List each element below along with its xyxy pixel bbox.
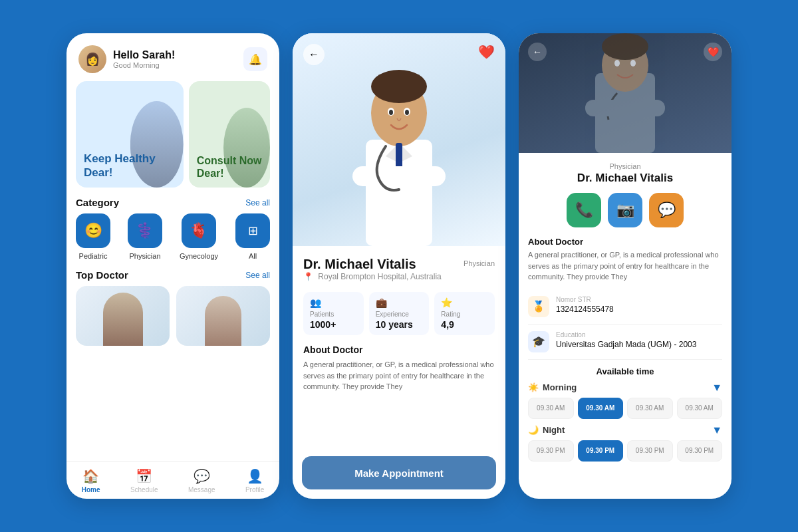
svg-rect-5	[352, 166, 446, 186]
night-slot-2[interactable]: 09.30 PM	[578, 440, 624, 462]
nav-message[interactable]: 💬 Message	[188, 468, 215, 493]
location-text: Royal Brompton Hospital, Australia	[318, 272, 441, 281]
category-see-all[interactable]: See all	[245, 198, 270, 207]
rating-label: Rating	[441, 311, 488, 318]
header-text: Hello Sarah! Good Morning	[113, 49, 243, 69]
doctor-name: Dr. Michael Vitalis	[303, 257, 444, 272]
stat-experience: 💼 Experience 10 years	[369, 292, 430, 335]
profile-icon: 👤	[247, 468, 263, 484]
night-slots: 09.30 PM 09.30 PM 09.30 PM 09.30 PM	[528, 440, 722, 462]
night-slot-4[interactable]: 09.30 PM	[677, 440, 723, 462]
bell-icon: 🔔	[249, 53, 262, 66]
available-title: Available time	[528, 366, 722, 376]
phone2-body: Dr. Michael Vitalis 📍 Royal Brompton Hos…	[293, 246, 505, 448]
stat-patients: 👥 Patients 1000+	[303, 292, 364, 335]
rating-value: 4,9	[441, 319, 488, 330]
doc3-name: Dr. Michael Vitalis	[528, 172, 722, 185]
banner-blue-text: Keep Healthy Dear!	[84, 152, 176, 180]
morning-chevron-icon[interactable]: ▼	[712, 382, 722, 394]
avatar: 👩	[78, 45, 106, 73]
notification-button[interactable]: 🔔	[243, 47, 267, 71]
banner-keep-healthy[interactable]: Keep Healthy Dear!	[76, 81, 184, 188]
education-row: 🎓 Education Universitas Gadjah Mada (UGM…	[528, 325, 722, 360]
morning-slot-3[interactable]: 09.30 AM	[627, 398, 673, 419]
category-header: Category See all	[66, 197, 279, 213]
morning-slot-4[interactable]: 09.30 AM	[677, 398, 723, 419]
education-content: Education Universitas Gadjah Mada (UGM) …	[556, 331, 722, 349]
doc-info: Dr. Michael Vitalis 📍 Royal Brompton Hos…	[303, 257, 444, 289]
night-header: 🌙 Night ▼	[528, 424, 722, 436]
morning-slot-1[interactable]: 09.30 AM	[528, 398, 574, 419]
experience-icon: 💼	[376, 297, 423, 308]
video-button[interactable]: 📷	[608, 193, 642, 227]
night-slot-1[interactable]: 09.30 PM	[528, 440, 574, 462]
phone-1: 👩 Hello Sarah! Good Morning 🔔 Keep Healt…	[66, 33, 279, 499]
topdoc-header: Top Doctor See all	[66, 269, 279, 286]
topdoc-see-all[interactable]: See all	[245, 271, 270, 280]
morning-slot-2[interactable]: 09.30 AM	[578, 398, 624, 419]
banner-consult[interactable]: Consult Now Dear!	[189, 81, 270, 188]
svg-point-9	[405, 110, 409, 115]
rating-icon: ⭐	[441, 297, 488, 308]
about-section: About Doctor A general practitioner, or …	[528, 237, 722, 283]
category-row: 😊 Pediatric ⚕️ Physician 🫀 Gynecology ⊞ …	[66, 213, 279, 269]
banner-green-text: Consult Now Dear!	[197, 154, 262, 180]
schedule-label: Schedule	[130, 486, 158, 493]
svg-point-12	[602, 33, 648, 60]
call-button[interactable]: 📞	[567, 193, 601, 227]
about-doctor-title: About Doctor	[528, 237, 722, 247]
nav-schedule[interactable]: 📅 Schedule	[130, 468, 158, 493]
physician-icon: ⚕️	[128, 213, 162, 248]
patients-label: Patients	[310, 311, 357, 318]
phone3-back-button[interactable]: ←	[528, 43, 547, 61]
back-button[interactable]: ←	[303, 44, 325, 65]
top-doctor-card-1[interactable]	[76, 286, 170, 346]
nav-profile[interactable]: 👤 Profile	[245, 468, 264, 493]
morning-label: ☀️ Morning	[528, 382, 577, 392]
phone3-hero: ← ❤️	[519, 33, 732, 153]
gynecology-label: Gynecology	[180, 252, 218, 260]
night-label: 🌙 Night	[528, 425, 565, 435]
top-doctor-card-2[interactable]	[176, 286, 270, 346]
night-slot-3[interactable]: 09.30 PM	[627, 440, 673, 462]
about-doctor-text: A general practitioner, or GP, is a medi…	[528, 249, 722, 283]
message-label: Message	[188, 486, 215, 493]
sun-icon: ☀️	[528, 382, 539, 392]
make-appointment-button[interactable]: Make Appointment	[302, 456, 496, 489]
schedule-icon: 📅	[136, 468, 152, 484]
svg-point-2	[371, 70, 427, 103]
night-chevron-icon[interactable]: ▼	[712, 424, 722, 436]
str-icon: 🏅	[528, 296, 549, 317]
svg-point-13	[614, 60, 620, 66]
phone-2: ← ❤️ Dr. Michael Vitalis 📍 Royal Brompto…	[293, 33, 505, 499]
about-title: About Doctor	[303, 344, 495, 355]
moon-icon: 🌙	[528, 425, 539, 435]
night-section: 🌙 Night ▼ 09.30 PM 09.30 PM 09.30 PM 09.…	[528, 424, 722, 462]
doc-name-row: Dr. Michael Vitalis 📍 Royal Brompton Hos…	[303, 257, 495, 289]
doc3-specialty: Physician	[528, 162, 722, 170]
phone-3: ← ❤️ Physician Dr. Michael Vitalis 📞 📷 💬	[519, 33, 732, 499]
physician-label: Physician	[129, 252, 160, 260]
bottom-nav: 🏠 Home 📅 Schedule 💬 Message 👤 Profile	[66, 461, 279, 499]
stat-rating: ⭐ Rating 4,9	[434, 292, 495, 335]
category-pediatric[interactable]: 😊 Pediatric	[76, 213, 110, 260]
phone3-body: Physician Dr. Michael Vitalis 📞 📷 💬 Abou…	[519, 153, 732, 499]
all-label: All	[249, 252, 257, 260]
doctor-figure-2	[205, 296, 241, 346]
doctor-location: 📍 Royal Brompton Hospital, Australia	[303, 272, 444, 281]
str-content: Nomor STR 1324124555478	[556, 296, 722, 314]
top-doctor-row	[66, 286, 279, 346]
nav-home[interactable]: 🏠 Home	[82, 468, 100, 493]
chat-icon: 💬	[658, 201, 676, 219]
heart-icon: ❤️	[478, 44, 495, 60]
category-gynecology[interactable]: 🫀 Gynecology	[180, 213, 218, 260]
home-label: Home	[82, 486, 100, 493]
video-icon: 📷	[616, 201, 634, 219]
category-physician[interactable]: ⚕️ Physician	[128, 213, 162, 260]
category-all[interactable]: ⊞ All	[235, 213, 270, 260]
message-button[interactable]: 💬	[649, 193, 684, 227]
doctor-figure-1	[103, 293, 143, 346]
phone-icon: 📞	[575, 201, 593, 219]
svg-point-14	[630, 60, 636, 66]
phone3-doctor-svg	[519, 33, 732, 153]
